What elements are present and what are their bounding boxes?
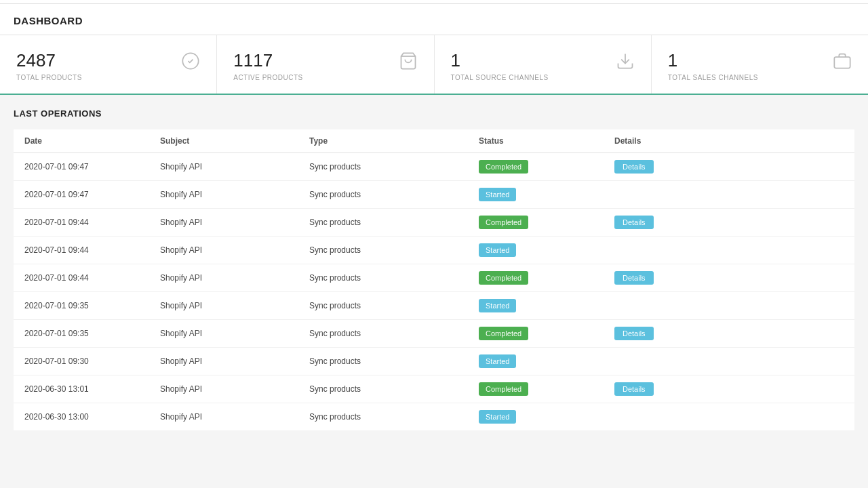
cell-date: 2020-07-01 09:47 [14, 181, 149, 209]
col-header-status: Status [468, 129, 604, 153]
cell-type: Sync products [298, 403, 468, 431]
details-button[interactable]: Details [614, 382, 654, 396]
status-badge: Started [479, 354, 516, 368]
cell-subject: Shopify API [149, 375, 298, 403]
cell-subject: Shopify API [149, 320, 298, 348]
details-button[interactable]: Details [614, 327, 654, 340]
cell-details [604, 237, 854, 264]
status-badge: Completed [479, 160, 528, 174]
col-header-type: Type [298, 129, 468, 153]
page-header: DASHBOARD [0, 4, 868, 35]
cell-type: Sync products [298, 348, 468, 375]
cell-status: Started [468, 403, 604, 431]
cell-details: Details [604, 153, 854, 181]
cell-status: Started [468, 292, 604, 320]
cell-type: Sync products [298, 153, 468, 181]
cell-subject: Shopify API [149, 237, 298, 264]
cell-status: Completed [468, 320, 604, 348]
cell-subject: Shopify API [149, 403, 298, 431]
svg-rect-3 [834, 57, 850, 68]
stat-number-active-products: 1117 [233, 50, 303, 71]
cell-date: 2020-07-01 09:44 [14, 209, 149, 237]
cell-type: Sync products [298, 264, 468, 292]
stat-label-total-sales-channels: TOTAL SALES CHANNELS [668, 74, 758, 81]
page-title: DASHBOARD [14, 15, 83, 26]
stats-grid: 2487 TOTAL PRODUCTS 1117 ACTIVE PRODUCTS… [0, 35, 868, 94]
cell-date: 2020-06-30 13:00 [14, 403, 149, 431]
cell-details [604, 348, 854, 375]
operations-table: DateSubjectTypeStatusDetails 2020-07-01 … [14, 129, 854, 430]
cell-status: Started [468, 348, 604, 375]
table-header: DateSubjectTypeStatusDetails [14, 129, 854, 153]
table-body: 2020-07-01 09:47 Shopify API Sync produc… [14, 153, 854, 431]
stat-content-total-source-channels: 1 TOTAL SOURCE CHANNELS [451, 50, 549, 81]
cell-date: 2020-07-01 09:30 [14, 348, 149, 375]
cell-date: 2020-07-01 09:47 [14, 153, 149, 181]
cell-status: Started [468, 237, 604, 264]
cell-date: 2020-07-01 09:44 [14, 264, 149, 292]
cell-type: Sync products [298, 292, 468, 320]
main-content: LAST OPERATIONS DateSubjectTypeStatusDet… [0, 95, 868, 444]
details-button[interactable]: Details [614, 216, 654, 229]
operations-section-title: LAST OPERATIONS [14, 108, 854, 119]
cell-date: 2020-06-30 13:01 [14, 375, 149, 403]
cell-type: Sync products [298, 375, 468, 403]
cell-status: Completed [468, 153, 604, 181]
cell-details [604, 403, 854, 431]
stat-card-total-source-channels: 1 TOTAL SOURCE CHANNELS [435, 35, 652, 94]
status-badge: Completed [479, 216, 528, 229]
cell-status: Completed [468, 209, 604, 237]
cart-icon [399, 52, 418, 75]
cell-type: Sync products [298, 209, 468, 237]
table-row: 2020-07-01 09:44 Shopify API Sync produc… [14, 237, 854, 264]
stat-label-total-source-channels: TOTAL SOURCE CHANNELS [451, 74, 549, 81]
cell-subject: Shopify API [149, 348, 298, 375]
cell-type: Sync products [298, 237, 468, 264]
stat-number-total-source-channels: 1 [451, 50, 549, 71]
table-row: 2020-07-01 09:44 Shopify API Sync produc… [14, 209, 854, 237]
check-circle-icon [181, 52, 200, 75]
stat-number-total-sales-channels: 1 [668, 50, 758, 71]
cell-subject: Shopify API [149, 264, 298, 292]
stat-number-total-products: 2487 [16, 50, 82, 71]
table-row: 2020-07-01 09:30 Shopify API Sync produc… [14, 348, 854, 375]
cell-details [604, 181, 854, 209]
details-button[interactable]: Details [614, 160, 654, 174]
table-row: 2020-06-30 13:00 Shopify API Sync produc… [14, 403, 854, 431]
cell-subject: Shopify API [149, 181, 298, 209]
table-row: 2020-07-01 09:35 Shopify API Sync produc… [14, 320, 854, 348]
cell-type: Sync products [298, 181, 468, 209]
cell-type: Sync products [298, 320, 468, 348]
cell-details [604, 292, 854, 320]
stat-content-total-products: 2487 TOTAL PRODUCTS [16, 50, 82, 81]
stat-card-total-products: 2487 TOTAL PRODUCTS [0, 35, 217, 94]
cell-date: 2020-07-01 09:44 [14, 237, 149, 264]
status-badge: Completed [479, 327, 528, 340]
stat-label-total-products: TOTAL PRODUCTS [16, 74, 82, 81]
cell-date: 2020-07-01 09:35 [14, 320, 149, 348]
cell-date: 2020-07-01 09:35 [14, 292, 149, 320]
table-row: 2020-07-01 09:35 Shopify API Sync produc… [14, 292, 854, 320]
table-row: 2020-07-01 09:47 Shopify API Sync produc… [14, 181, 854, 209]
col-header-details: Details [604, 129, 854, 153]
status-badge: Started [479, 299, 516, 312]
cell-subject: Shopify API [149, 209, 298, 237]
stat-content-active-products: 1117 ACTIVE PRODUCTS [233, 50, 303, 81]
cell-status: Started [468, 181, 604, 209]
cell-status: Completed [468, 375, 604, 403]
stat-label-active-products: ACTIVE PRODUCTS [233, 74, 303, 81]
table-row: 2020-07-01 09:44 Shopify API Sync produc… [14, 264, 854, 292]
stat-card-active-products: 1117 ACTIVE PRODUCTS [217, 35, 434, 94]
cell-details: Details [604, 209, 854, 237]
stats-section: 2487 TOTAL PRODUCTS 1117 ACTIVE PRODUCTS… [0, 35, 868, 95]
status-badge: Completed [479, 271, 528, 285]
cell-details: Details [604, 320, 854, 348]
details-button[interactable]: Details [614, 271, 654, 285]
status-badge: Completed [479, 382, 528, 396]
stat-card-total-sales-channels: 1 TOTAL SALES CHANNELS [652, 35, 868, 94]
cell-details: Details [604, 264, 854, 292]
status-badge: Started [479, 188, 516, 201]
col-header-date: Date [14, 129, 149, 153]
cell-subject: Shopify API [149, 153, 298, 181]
table-row: 2020-06-30 13:01 Shopify API Sync produc… [14, 375, 854, 403]
